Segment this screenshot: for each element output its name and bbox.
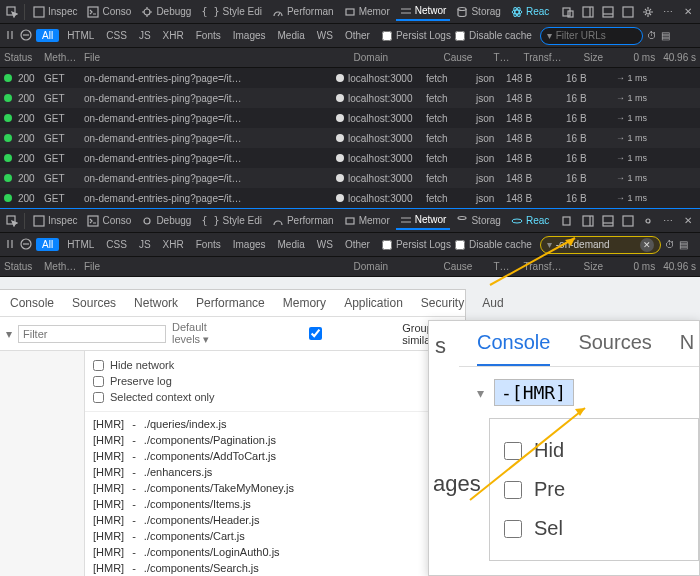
filter-other[interactable]: Other (341, 29, 374, 42)
filter-css[interactable]: CSS (102, 238, 131, 251)
tab-network[interactable]: Network (134, 296, 178, 310)
log-levels-dropdown[interactable]: Default levels ▾ (172, 321, 227, 346)
pause-icon[interactable] (4, 238, 16, 252)
col-size[interactable]: Size (584, 52, 634, 63)
tab-memory[interactable]: Memor (340, 4, 394, 20)
chrome-sidebar[interactable] (0, 351, 85, 576)
filter-xhr[interactable]: XHR (159, 29, 188, 42)
filter-fonts[interactable]: Fonts (192, 29, 225, 42)
filter-images[interactable]: Images (229, 238, 270, 251)
dock-bottom-icon[interactable] (600, 4, 616, 20)
tab-style-editor[interactable]: { }Style Edi (197, 4, 266, 19)
throttle-icon[interactable]: ⏱ (665, 239, 675, 250)
request-row[interactable]: 200 GET on-demand-entries-ping?page=/it…… (0, 148, 700, 168)
col-status[interactable]: Status (4, 52, 44, 63)
col-type[interactable]: T… (494, 261, 524, 272)
tab-performance[interactable]: Performan (268, 4, 338, 20)
zoom-hide-network-checkbox[interactable]: Hid (504, 431, 684, 470)
filter-js[interactable]: JS (135, 29, 155, 42)
col-size[interactable]: Size (584, 261, 634, 272)
dock-window-icon[interactable] (620, 213, 636, 229)
tab-memory[interactable]: Memor (340, 213, 394, 229)
request-row[interactable]: 200 GET on-demand-entries-ping?page=/it…… (0, 188, 700, 208)
col-method[interactable]: Meth… (44, 52, 84, 63)
dock-window-icon[interactable] (620, 4, 636, 20)
chrome-filter-input[interactable] (18, 325, 166, 343)
pause-icon[interactable] (4, 29, 16, 43)
disable-cache-checkbox[interactable]: Disable cache (455, 239, 532, 250)
tab-audits[interactable]: Aud (482, 296, 503, 310)
dock-side-icon[interactable] (580, 4, 596, 20)
tab-debugger[interactable]: Debugg (137, 213, 195, 229)
tab-storage[interactable]: Storag (452, 213, 504, 229)
tab-memory[interactable]: Memory (283, 296, 326, 310)
filter-urls-input[interactable] (556, 239, 636, 250)
zoom-tab-next[interactable]: N (680, 331, 694, 366)
filter-all[interactable]: All (36, 29, 59, 42)
responsive-icon[interactable] (560, 213, 576, 229)
pick-element-icon[interactable] (4, 213, 20, 229)
filter-media[interactable]: Media (274, 29, 309, 42)
context-dropdown-icon[interactable]: ▾ (477, 385, 484, 401)
clear-icon[interactable] (20, 238, 32, 252)
tab-console[interactable]: Conso (83, 4, 135, 20)
tab-security[interactable]: Security (421, 296, 464, 310)
col-transferred[interactable]: Transf… (524, 261, 584, 272)
col-domain[interactable]: Domain (354, 261, 444, 272)
filter-ws[interactable]: WS (313, 238, 337, 251)
zoom-filter-input[interactable] (494, 379, 574, 406)
col-domain[interactable]: Domain (354, 52, 444, 63)
col-method[interactable]: Meth… (44, 261, 84, 272)
tab-inspector[interactable]: Inspec (29, 213, 81, 229)
filter-urls-input[interactable] (556, 30, 636, 41)
request-row[interactable]: 200 GET on-demand-entries-ping?page=/it…… (0, 108, 700, 128)
tab-performance[interactable]: Performan (268, 213, 338, 229)
persist-logs-checkbox[interactable]: Persist Logs (382, 239, 451, 250)
col-status[interactable]: Status (4, 261, 44, 272)
tab-debugger[interactable]: Debugg (137, 4, 195, 20)
har-icon[interactable]: ▤ (661, 30, 670, 41)
hide-network-checkbox[interactable]: Hide network (93, 357, 457, 373)
tab-console[interactable]: Console (10, 296, 54, 310)
col-file[interactable]: File (84, 52, 354, 63)
zoom-preserve-log-checkbox[interactable]: Pre (504, 470, 684, 509)
request-row[interactable]: 200 GET on-demand-entries-ping?page=/it…… (0, 88, 700, 108)
col-cause[interactable]: Cause (444, 52, 494, 63)
dock-side-icon[interactable] (580, 213, 596, 229)
col-cause[interactable]: Cause (444, 261, 494, 272)
tab-performance[interactable]: Performance (196, 296, 265, 310)
tab-application[interactable]: Application (344, 296, 403, 310)
filter-urls-negative-field[interactable]: ▾ ✕ (540, 236, 661, 254)
tab-storage[interactable]: Storag (452, 4, 504, 20)
dock-bottom-icon[interactable] (600, 213, 616, 229)
disable-cache-checkbox[interactable]: Disable cache (455, 30, 532, 41)
filter-css[interactable]: CSS (102, 29, 131, 42)
request-row[interactable]: 200 GET on-demand-entries-ping?page=/it…… (0, 68, 700, 88)
filter-media[interactable]: Media (274, 238, 309, 251)
context-dropdown-icon[interactable]: ▾ (6, 327, 12, 341)
filter-js[interactable]: JS (135, 238, 155, 251)
filter-ws[interactable]: WS (313, 29, 337, 42)
filter-urls-field[interactable]: ▾ (540, 27, 643, 45)
close-icon[interactable]: ✕ (680, 4, 696, 20)
col-file[interactable]: File (84, 261, 354, 272)
filter-all[interactable]: All (36, 238, 59, 251)
tab-console[interactable]: Conso (83, 213, 135, 229)
request-row[interactable]: 200 GET on-demand-entries-ping?page=/it…… (0, 168, 700, 188)
zoom-tab-console[interactable]: Console (477, 331, 550, 366)
selected-context-checkbox[interactable]: Selected context only (93, 389, 457, 405)
tab-style-editor[interactable]: { }Style Edi (197, 213, 266, 228)
clear-icon[interactable] (20, 29, 32, 43)
group-similar-checkbox[interactable]: Group similar (233, 322, 459, 346)
col-type[interactable]: T… (494, 52, 524, 63)
pick-element-icon[interactable] (4, 4, 20, 20)
tab-sources[interactable]: Sources (72, 296, 116, 310)
zoom-tab-sources[interactable]: Sources (578, 331, 651, 366)
close-icon[interactable]: ✕ (680, 213, 696, 229)
meatball-icon[interactable]: ⋯ (660, 4, 676, 20)
settings-icon[interactable] (640, 213, 656, 229)
tab-network[interactable]: Networ (396, 3, 451, 21)
filter-html[interactable]: HTML (63, 238, 98, 251)
request-row[interactable]: 200 GET on-demand-entries-ping?page=/it…… (0, 128, 700, 148)
preserve-log-checkbox[interactable]: Preserve log (93, 373, 457, 389)
